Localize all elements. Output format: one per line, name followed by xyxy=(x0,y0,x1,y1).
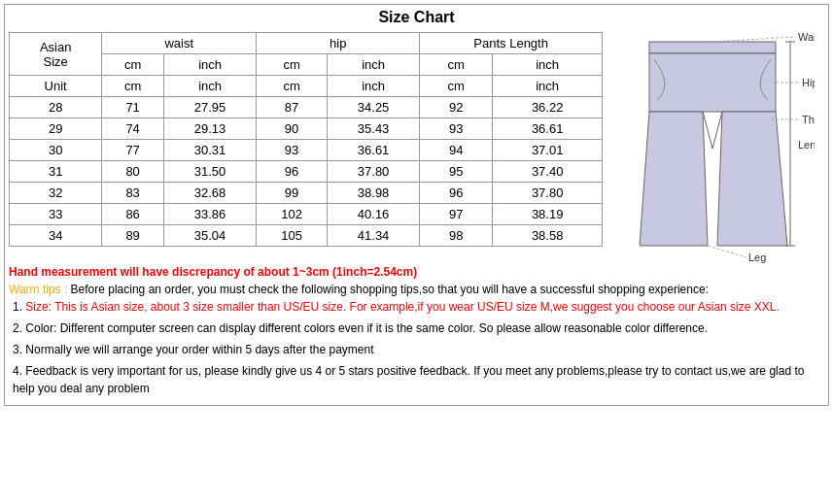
chart-title: Size Chart xyxy=(9,9,824,26)
table-cell: 98 xyxy=(420,225,493,247)
table-cell: 31.50 xyxy=(163,161,256,183)
unit-pants-inch: inch xyxy=(493,54,603,76)
leg-label: Leg xyxy=(748,252,766,263)
table-row: 348935.0410541.349838.58 xyxy=(10,225,603,247)
waist-label: Waist xyxy=(798,32,815,43)
table-cell: 96 xyxy=(257,161,328,183)
unit-inch1: inch xyxy=(163,76,256,97)
table-cell: 36.22 xyxy=(493,97,603,118)
table-cell: 87 xyxy=(257,97,328,118)
pants-diagram: Waist Hip Thigh Length Leg xyxy=(620,32,815,255)
table-cell: 93 xyxy=(257,140,328,161)
notes-section: Hand measurement will have discrepancy o… xyxy=(9,263,824,397)
table-cell: 37.40 xyxy=(493,161,603,183)
table-cell: 83 xyxy=(102,183,164,204)
size-data-rows: 287127.958734.259236.22297429.139035.439… xyxy=(10,97,603,247)
table-cell: 74 xyxy=(102,118,164,140)
note-item: 2. Color: Different computer screen can … xyxy=(13,319,824,337)
table-cell: 38.58 xyxy=(493,225,603,247)
waist-header: waist xyxy=(102,33,257,54)
table-cell: 38.98 xyxy=(327,183,419,204)
content-area: AsianSize waist hip Pants Length cm inch… xyxy=(9,32,824,255)
table-cell: 37.80 xyxy=(327,161,419,183)
table-cell: 93 xyxy=(420,118,493,140)
length-label: Length xyxy=(798,139,815,151)
table-cell: 34 xyxy=(10,225,102,247)
table-row: 297429.139035.439336.61 xyxy=(10,118,603,140)
table-cell: 33.86 xyxy=(163,204,256,225)
table-cell: 30.31 xyxy=(163,140,256,161)
table-cell: 30 xyxy=(10,140,102,161)
unit-inch2: inch xyxy=(327,76,419,97)
table-cell: 33 xyxy=(10,204,102,225)
svg-line-12 xyxy=(708,246,746,257)
svg-rect-0 xyxy=(649,42,776,53)
unit-cm1: cm xyxy=(102,76,164,97)
table-cell: 99 xyxy=(257,183,328,204)
warm-tips-label: Warm tips : xyxy=(9,283,67,296)
size-table-section: AsianSize waist hip Pants Length cm inch… xyxy=(9,32,603,255)
table-cell: 94 xyxy=(420,140,493,161)
table-cell: 77 xyxy=(102,140,164,161)
warning-text: Hand measurement will have discrepancy o… xyxy=(9,263,824,281)
asian-size-header: AsianSize xyxy=(10,33,102,76)
unit-inch3: inch xyxy=(493,76,603,97)
table-cell: 27.95 xyxy=(163,97,256,118)
note-item: 1. Size: This is Asian size, about 3 siz… xyxy=(13,298,824,316)
pants-svg: Waist Hip Thigh Length Leg xyxy=(620,32,815,265)
table-cell: 95 xyxy=(420,161,493,183)
table-cell: 96 xyxy=(420,183,493,204)
table-cell: 41.34 xyxy=(327,225,419,247)
table-cell: 29.13 xyxy=(163,118,256,140)
table-cell: 97 xyxy=(420,204,493,225)
size-table: AsianSize waist hip Pants Length cm inch… xyxy=(9,32,603,247)
table-row: Unit cm inch cm inch cm inch xyxy=(10,76,603,97)
table-cell: 71 xyxy=(102,97,164,118)
table-cell: 34.25 xyxy=(327,97,419,118)
table-cell: 86 xyxy=(102,204,164,225)
table-cell: 36.61 xyxy=(493,118,603,140)
unit-label: Unit xyxy=(10,76,102,97)
table-cell: 80 xyxy=(102,161,164,183)
hip-label: Hip xyxy=(802,77,815,88)
hip-header: hip xyxy=(257,33,420,54)
unit-waist-cm: cm xyxy=(102,54,164,76)
note-item: 3. Normally we will arrange your order w… xyxy=(13,341,824,358)
table-cell: 35.43 xyxy=(327,118,419,140)
note-item: 4. Feedback is very important for us, pl… xyxy=(13,362,824,397)
warm-tips-text: Before placing an order, you must check … xyxy=(71,283,709,296)
unit-hip-inch: inch xyxy=(327,54,419,76)
table-cell: 32 xyxy=(10,183,102,204)
table-cell: 40.16 xyxy=(327,204,419,225)
table-row: 318031.509637.809537.40 xyxy=(10,161,603,183)
svg-marker-3 xyxy=(717,112,787,246)
table-row: 328332.689938.989637.80 xyxy=(10,183,603,204)
pants-length-header: Pants Length xyxy=(420,33,603,54)
table-row: AsianSize waist hip Pants Length xyxy=(10,33,603,54)
table-cell: 28 xyxy=(10,97,102,118)
note-items-list: 1. Size: This is Asian size, about 3 siz… xyxy=(13,298,824,397)
size-chart-container: Size Chart AsianSize waist hip Pants Len… xyxy=(4,4,829,406)
svg-line-6 xyxy=(712,37,795,42)
svg-rect-1 xyxy=(649,53,776,112)
table-cell: 105 xyxy=(257,225,328,247)
table-cell: 31 xyxy=(10,161,102,183)
table-cell: 37.01 xyxy=(493,140,603,161)
table-cell: 32.68 xyxy=(163,183,256,204)
unit-cm2: cm xyxy=(257,76,328,97)
svg-marker-2 xyxy=(640,112,708,246)
unit-hip-cm: cm xyxy=(257,54,328,76)
table-cell: 36.61 xyxy=(327,140,419,161)
table-row: 338633.8610240.169738.19 xyxy=(10,204,603,225)
table-cell: 92 xyxy=(420,97,493,118)
table-row: 307730.319336.619437.01 xyxy=(10,140,603,161)
table-cell: 35.04 xyxy=(163,225,256,247)
table-cell: 38.19 xyxy=(493,204,603,225)
table-cell: 90 xyxy=(257,118,328,140)
table-cell: 37.80 xyxy=(493,183,603,204)
pants-diagram-section: Waist Hip Thigh Length Leg xyxy=(610,32,824,255)
table-cell: 29 xyxy=(10,118,102,140)
warm-tips-line: Warm tips : Before placing an order, you… xyxy=(9,281,824,298)
table-cell: 89 xyxy=(102,225,164,247)
table-row: 287127.958734.259236.22 xyxy=(10,97,603,118)
